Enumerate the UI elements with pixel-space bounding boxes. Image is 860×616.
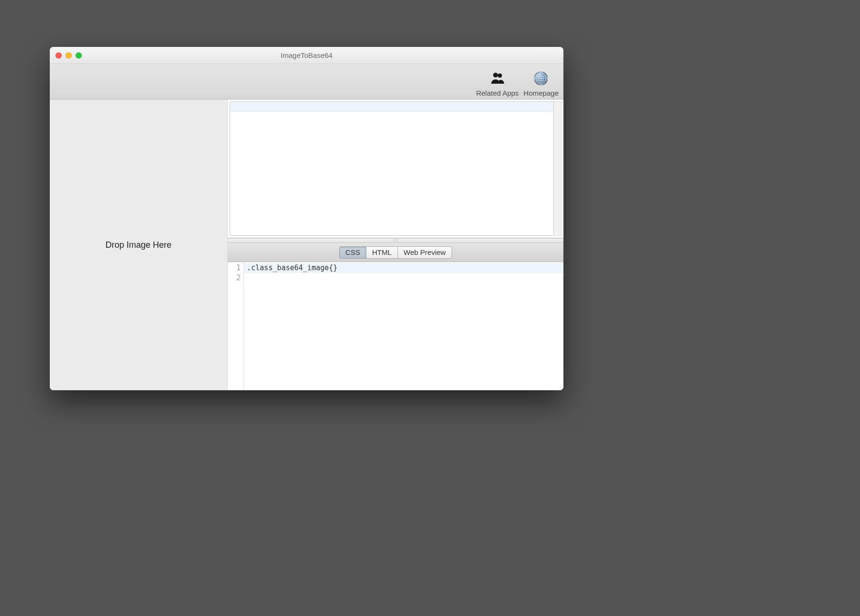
output-highlight-row bbox=[230, 102, 553, 111]
base64-output-textview[interactable] bbox=[230, 101, 554, 236]
base64-output-area[interactable] bbox=[228, 99, 563, 238]
tab-html[interactable]: HTML bbox=[366, 246, 398, 259]
window-title: ImageToBase64 bbox=[281, 51, 332, 59]
tab-css[interactable]: CSS bbox=[339, 246, 366, 259]
editor-gutter: 1 2 bbox=[228, 262, 244, 390]
segmented-control: CSS HTML Web Preview bbox=[339, 246, 452, 259]
related-apps-label: Related Apps bbox=[476, 89, 518, 97]
line-number: 1 bbox=[228, 263, 243, 273]
drop-image-zone[interactable]: Drop Image Here bbox=[50, 99, 228, 390]
window-body: Drop Image Here CSS bbox=[50, 99, 563, 390]
output-tab-bar: CSS HTML Web Preview bbox=[228, 243, 563, 262]
output-scrollbar[interactable] bbox=[554, 101, 562, 236]
line-number: 2 bbox=[228, 273, 243, 283]
code-line bbox=[244, 273, 563, 283]
titlebar: ImageToBase64 bbox=[50, 47, 563, 64]
code-editor[interactable]: 1 2 .class_base64_image{} bbox=[228, 262, 563, 390]
code-line: .class_base64_image{} bbox=[244, 263, 563, 273]
app-window: ImageToBase64 Related Apps bbox=[50, 47, 563, 390]
close-icon[interactable] bbox=[55, 52, 62, 58]
drop-image-label: Drop Image Here bbox=[105, 240, 171, 250]
tab-html-label: HTML bbox=[372, 248, 392, 256]
homepage-label: Homepage bbox=[524, 89, 559, 97]
splitter-grip-icon bbox=[393, 240, 398, 242]
related-apps-button[interactable]: Related Apps bbox=[476, 69, 518, 97]
minimize-icon[interactable] bbox=[66, 52, 72, 58]
people-icon bbox=[488, 69, 507, 88]
window-controls bbox=[55, 52, 82, 58]
homepage-button[interactable]: Homepage bbox=[524, 69, 559, 97]
zoom-icon[interactable] bbox=[76, 52, 82, 58]
svg-point-0 bbox=[493, 73, 498, 77]
tab-web-preview-label: Web Preview bbox=[404, 248, 446, 256]
globe-icon bbox=[531, 69, 551, 88]
editor-content[interactable]: .class_base64_image{} bbox=[244, 262, 563, 390]
toolbar: Related Apps bbox=[50, 64, 563, 99]
svg-point-1 bbox=[497, 74, 502, 78]
right-panel: CSS HTML Web Preview 1 2 bbox=[228, 99, 563, 390]
horizontal-splitter[interactable] bbox=[228, 238, 563, 243]
tab-css-label: CSS bbox=[345, 248, 360, 256]
tab-web-preview[interactable]: Web Preview bbox=[397, 246, 452, 259]
